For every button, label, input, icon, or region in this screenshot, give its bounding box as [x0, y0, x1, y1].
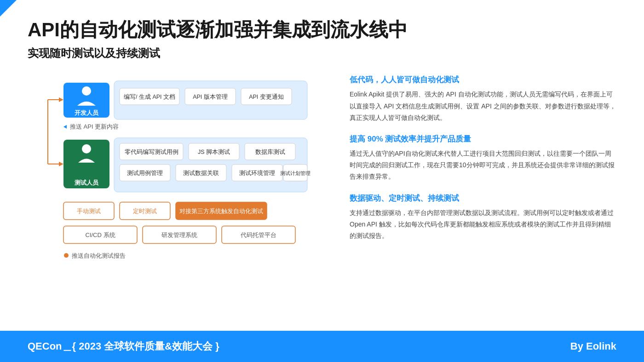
page-subtitle: 实现随时测试以及持续测试	[28, 46, 616, 61]
feature-text-3: 支持通过数据驱动，在平台内部管理测试数据以及测试流程。测试用例可以定时触发或者通…	[350, 207, 616, 242]
feature-block-2: 提高 90% 测试效率并提升产品质量 通过无人值守的API自动化测试来代替人工进…	[350, 134, 616, 183]
svg-point-47	[64, 253, 69, 258]
feature-block-1: 低代码，人人皆可做自动化测试 Eolink Apikit 提供了易用、强大的 A…	[350, 74, 616, 124]
diagram-svg: 开发人员 编写/ 生成 API 文档 API 版本管理 API 变更通知 推送 …	[28, 74, 322, 286]
svg-text:数据库测试: 数据库测试	[255, 149, 285, 155]
svg-text:代码托管平台: 代码托管平台	[240, 232, 276, 238]
svg-text:手动测试: 手动测试	[77, 208, 101, 215]
svg-text:JS 脚本测试: JS 脚本测试	[198, 149, 230, 155]
svg-text:测试环境管理: 测试环境管理	[239, 170, 275, 176]
main-content: API的自动化测试逐渐加强并集成到流水线中 实现随时测试以及持续测试 开发人员	[0, 0, 644, 288]
svg-marker-12	[63, 125, 67, 129]
svg-marker-1	[59, 97, 63, 102]
svg-text:API 版本管理: API 版本管理	[193, 94, 228, 100]
svg-text:测试用例管理: 测试用例管理	[127, 170, 163, 176]
feature-block-3: 数据驱动、定时测试、持续测试 支持通过数据驱动，在平台内部管理测试数据以及测试流…	[350, 193, 616, 242]
footer-right-text: By Eolink	[570, 340, 616, 352]
footer-left-text: QECon＿{ 2023 全球软件质量&效能大会 }	[28, 339, 219, 353]
svg-text:定时测试: 定时测试	[133, 208, 157, 215]
svg-point-17	[82, 144, 91, 153]
feature-text-2: 通过无人值守的API自动化测试来代替人工进行项目大范围回归测试，以往需要一个团队…	[350, 148, 616, 183]
feature-text-1: Eolink Apikit 提供了易用、强大的 API 自动化测试功能，测试人员…	[350, 89, 616, 124]
svg-text:研发管理系统: 研发管理系统	[161, 232, 197, 238]
svg-text:零代码编写测试用例: 零代码编写测试用例	[125, 149, 178, 155]
feature-title-3: 数据驱动、定时测试、持续测试	[350, 193, 616, 204]
svg-text:API 变更通知: API 变更通知	[249, 94, 284, 100]
page-title: API的自动化测试逐渐加强并集成到流水线中	[28, 18, 616, 41]
content-area: 开发人员 编写/ 生成 API 文档 API 版本管理 API 变更通知 推送 …	[28, 74, 616, 288]
svg-text:测试数据关联: 测试数据关联	[183, 170, 219, 176]
feature-title-1: 低代码，人人皆可做自动化测试	[350, 74, 616, 85]
diagram-area: 开发人员 编写/ 生成 API 文档 API 版本管理 API 变更通知 推送 …	[28, 74, 327, 288]
svg-text:对接第三方系统触发自动化测试: 对接第三方系统触发自动化测试	[179, 208, 263, 215]
svg-text:CI/CD 系统: CI/CD 系统	[86, 232, 115, 238]
svg-text:推送自动化测试报告: 推送自动化测试报告	[72, 252, 126, 259]
right-panel: 低代码，人人皆可做自动化测试 Eolink Apikit 提供了易用、强大的 A…	[350, 74, 616, 252]
svg-marker-15	[59, 162, 63, 166]
svg-point-3	[82, 86, 91, 96]
svg-text:编写/ 生成 API 文档: 编写/ 生成 API 文档	[124, 94, 175, 100]
svg-text:测试计划管理: 测试计划管理	[280, 170, 310, 176]
feature-title-2: 提高 90% 测试效率并提升产品质量	[350, 134, 616, 144]
svg-text:测试人员: 测试人员	[75, 179, 99, 186]
svg-text:推送 API 更新内容: 推送 API 更新内容	[70, 123, 119, 130]
footer: QECon＿{ 2023 全球软件质量&效能大会 } By Eolink	[0, 331, 644, 362]
svg-text:开发人员: 开发人员	[74, 109, 99, 116]
